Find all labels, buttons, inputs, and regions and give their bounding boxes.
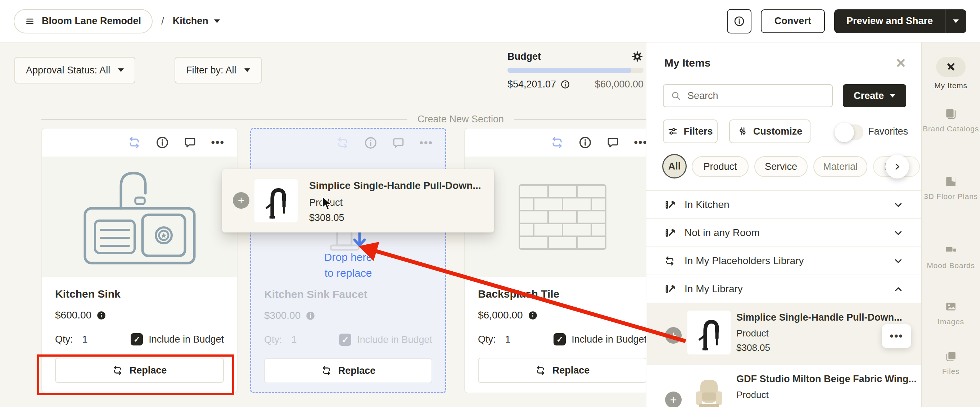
chip-material[interactable]: Material xyxy=(813,156,867,177)
rail-label: Files xyxy=(922,366,980,377)
search-input[interactable] xyxy=(687,90,825,102)
section-label: In My Placeholders Library xyxy=(684,255,883,267)
card-title: Backsplash Tile xyxy=(478,288,647,300)
include-in-budget-checkbox[interactable] xyxy=(554,333,566,345)
info-button[interactable] xyxy=(727,9,751,33)
rail-item-mood-boards[interactable]: Mood Boards xyxy=(922,244,980,270)
replace-icon[interactable] xyxy=(550,136,564,149)
replace-button-label: Replace xyxy=(552,365,590,376)
library-item-gdf-wingback-chair[interactable]: + GDF Studio Milton Beige Fabric Wing...… xyxy=(647,365,921,407)
replace-button[interactable]: Replace xyxy=(55,358,224,383)
close-icon[interactable]: ✕ xyxy=(896,57,906,70)
replace-icon[interactable] xyxy=(127,136,141,149)
room-items-icon xyxy=(664,227,675,238)
qty-label: Qty: xyxy=(478,334,496,345)
info-icon[interactable] xyxy=(560,79,570,89)
info-icon[interactable] xyxy=(156,136,169,149)
item-type: Product xyxy=(737,390,769,401)
more-options-icon[interactable]: ••• xyxy=(419,137,433,148)
rail-item-3d-floor-plans[interactable]: 3D Floor Plans xyxy=(922,175,980,202)
customize-button[interactable]: Customize xyxy=(729,119,810,143)
replace-icon xyxy=(664,256,675,266)
price-info-icon[interactable] xyxy=(528,310,538,320)
search-field[interactable] xyxy=(663,84,833,107)
create-button[interactable]: Create xyxy=(843,84,906,107)
budget-total: $60,000.00 xyxy=(595,79,643,90)
price-info-icon[interactable] xyxy=(97,310,106,320)
price-info-icon[interactable] xyxy=(305,311,315,321)
design-tools-icon xyxy=(936,57,966,77)
section-label: Not in any Room xyxy=(684,227,883,238)
backsplash-tile-illustration xyxy=(465,157,660,277)
faucet-product-thumbnail xyxy=(687,310,730,355)
mood-boards-icon xyxy=(922,244,980,257)
rail-item-files[interactable]: Files xyxy=(922,350,980,377)
comment-icon[interactable] xyxy=(183,136,197,149)
room-selector[interactable]: Kitchen xyxy=(173,16,220,27)
panel-title: My Items xyxy=(664,57,710,69)
add-item-button[interactable]: + xyxy=(665,327,682,343)
rail-item-images[interactable]: Images xyxy=(922,300,980,327)
card-price: $6,000.00 xyxy=(478,310,523,321)
approval-status-dropdown[interactable]: Approval Status: All xyxy=(14,57,135,83)
budget-settings-gear-icon[interactable] xyxy=(631,50,643,63)
more-options-button[interactable]: ••• xyxy=(882,324,911,348)
qty-label: Qty: xyxy=(55,334,73,345)
library-item-simplice-faucet[interactable]: + Simplice Single-Handle Pull-Down... Pr… xyxy=(647,303,921,365)
product-card-backsplash-tile: ••• Backsplash Tile $6,000.00 xyxy=(464,128,660,393)
chip-service[interactable]: Service xyxy=(754,156,808,177)
qty-value[interactable]: 1 xyxy=(505,334,511,345)
more-options-icon[interactable]: ••• xyxy=(211,137,224,148)
rail-label: Brand Catalogs xyxy=(922,124,980,134)
qty-label: Qty: xyxy=(264,334,282,345)
qty-value[interactable]: 1 xyxy=(291,334,297,345)
info-icon[interactable] xyxy=(364,136,377,150)
rail-item-brand-catalogs[interactable]: Brand Catalogs xyxy=(922,107,980,134)
section-in-kitchen[interactable]: In Kitchen xyxy=(646,190,921,218)
replace-button[interactable]: Replace xyxy=(264,358,432,383)
create-new-section-label: Create New Section xyxy=(407,114,514,125)
chips-scroll-right-button[interactable] xyxy=(885,155,909,178)
chevron-down-icon xyxy=(893,256,904,266)
more-options-icon[interactable]: ••• xyxy=(634,137,648,148)
preview-and-share-label: Preview and Share xyxy=(834,10,945,33)
comment-icon[interactable] xyxy=(392,137,405,149)
toggle-knob xyxy=(835,123,854,142)
chip-all[interactable]: All xyxy=(662,154,687,178)
rail-label: 3D Floor Plans xyxy=(922,191,980,202)
filters-button[interactable]: Filters xyxy=(663,119,718,143)
section-in-my-placeholders-library[interactable]: In My Placeholders Library xyxy=(646,246,921,275)
card-price: $300.00 xyxy=(264,310,301,321)
include-in-budget-checkbox[interactable] xyxy=(339,334,351,346)
replace-button[interactable]: Replace xyxy=(478,358,647,383)
divider-line xyxy=(41,119,407,120)
include-in-budget-label: Include in Budget xyxy=(149,334,224,345)
chevron-down-icon xyxy=(893,227,904,238)
favorites-label: Favorites xyxy=(868,126,908,137)
convert-button[interactable]: Convert xyxy=(761,10,825,33)
favorites-toggle[interactable] xyxy=(836,124,863,140)
drag-preview-type: Product xyxy=(309,197,343,208)
budget-spent: $54,201.07 xyxy=(508,79,556,90)
section-not-in-any-room[interactable]: Not in any Room xyxy=(646,218,921,246)
preview-and-share-button[interactable]: Preview and Share xyxy=(834,10,966,33)
comment-icon[interactable] xyxy=(606,136,619,149)
chevron-down-icon xyxy=(953,19,959,23)
room-name: Kitchen xyxy=(173,16,208,27)
project-menu-button[interactable]: Bloom Lane Remodel xyxy=(14,9,153,33)
item-price: $308.05 xyxy=(737,342,770,353)
info-icon[interactable] xyxy=(578,136,592,149)
section-in-my-library[interactable]: In My Library xyxy=(646,275,921,303)
add-item-button[interactable]: + xyxy=(665,391,682,407)
app: Bloom Lane Remodel / Kitchen Convert Pre… xyxy=(0,0,980,407)
qty-value[interactable]: 1 xyxy=(83,334,88,345)
item-type: Product xyxy=(737,328,769,339)
replace-icon[interactable] xyxy=(336,136,350,150)
floor-plans-icon xyxy=(922,175,980,188)
preview-and-share-dropdown[interactable] xyxy=(945,10,966,33)
info-icon xyxy=(733,16,745,27)
filter-by-dropdown[interactable]: Filter by: All xyxy=(175,57,262,83)
rail-item-my-items[interactable]: My Items xyxy=(922,57,980,91)
include-in-budget-checkbox[interactable] xyxy=(130,333,143,345)
chip-product[interactable]: Product xyxy=(692,156,749,177)
